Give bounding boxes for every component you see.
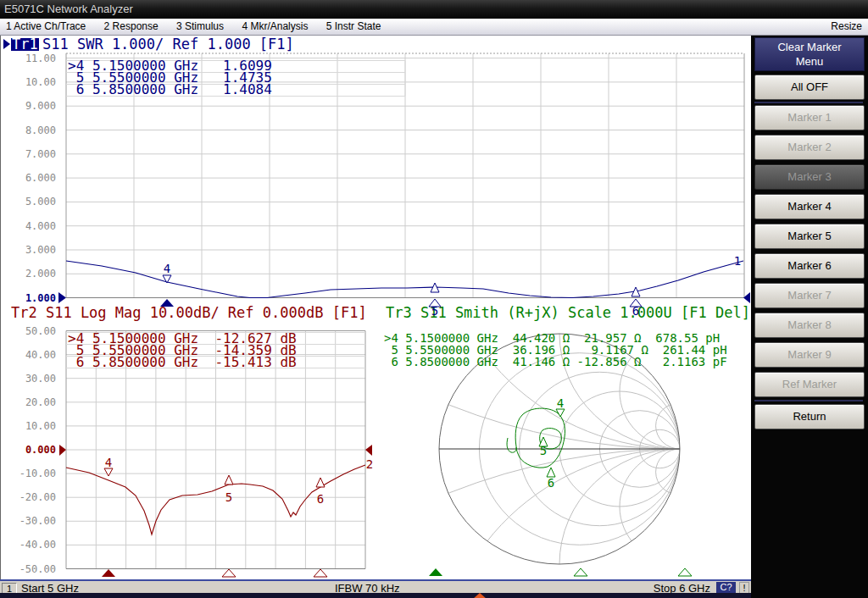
softkey-sidebar: Clear MarkerMenu All OFF Marker 1 Marker… [751, 36, 868, 598]
marker-5-button[interactable]: Marker 5 [754, 224, 865, 249]
marker-4-button[interactable]: Marker 4 [754, 194, 865, 219]
ref-marker-button[interactable]: Ref Marker [754, 372, 865, 397]
tr2-marker6-label: 6 [317, 492, 324, 506]
tr3-marker6-label: 6 [548, 476, 554, 490]
marker-6-button[interactable]: Marker 6 [754, 253, 865, 279]
bottom-strip [0, 593, 751, 598]
return-button[interactable]: Return [754, 404, 865, 429]
marker-1-button[interactable]: Marker 1 [754, 105, 865, 130]
title-bar[interactable]: E5071C Network Analyzer [0, 0, 868, 19]
tr3-marker-readout: >4 5.1500000 GHz 44.420 Ω 21.957 Ω 678.5… [384, 332, 727, 368]
tr2-ytick: 20.00 [5, 397, 56, 407]
e5071c-window: { "window": {"title": "E5071C Network An… [0, 0, 868, 598]
tr3-marker4-label: 4 [557, 396, 564, 410]
tr1-ytick: 5.000 [5, 197, 56, 207]
softkey-separator [754, 400, 863, 401]
tr1-marker-readout: >4 5.1500000 GHz 1.6099 5 5.5500000 GHz … [68, 60, 272, 96]
tr1-marker5-label: 5 [431, 304, 438, 318]
tr2-ytick-ref: 0.000 [5, 445, 56, 455]
tr3-trace [507, 408, 565, 468]
tr2-ytick: -10.00 [5, 468, 56, 479]
tr2-ytick: 30.00 [5, 374, 56, 384]
tr1-marker4-label: 4 [164, 262, 170, 275]
tr2-ytick: -20.00 [5, 492, 56, 502]
tr2-ytick: 10.00 [5, 421, 56, 431]
marker-3-button[interactable]: Marker 3 [754, 164, 865, 190]
tr2-marker5-label: 5 [225, 490, 232, 504]
tr2-markers: 4 5 6 2 [59, 445, 373, 577]
tr1-trace-number: 1 [734, 254, 741, 268]
tr1-ytick: 6.000 [5, 173, 56, 183]
marker-7-button[interactable]: Marker 7 [754, 283, 865, 308]
tr2-marker4-label: 4 [105, 456, 112, 469]
tr1-marker6-label: 6 [632, 304, 639, 318]
tr1-ytick: 11.00 [5, 53, 56, 64]
marker-9-button[interactable]: Marker 9 [754, 342, 865, 368]
menu-bar: 1 Active Ch/Trace 2 Response 3 Stimulus … [0, 19, 868, 36]
marker-8-button[interactable]: Marker 8 [754, 313, 865, 338]
tr2-ytick: -40.00 [5, 540, 56, 550]
softkey-separator [754, 102, 863, 103]
tr1-ytick: 8.000 [5, 125, 56, 136]
tr1-active-arrow-icon [3, 39, 10, 49]
tr1-ytick: 4.000 [5, 221, 56, 231]
tr1-ytick: 3.000 [5, 245, 56, 255]
tr2-ytick: 50.00 [5, 326, 56, 336]
tr1-ytick: 10.00 [5, 77, 56, 87]
softkey-menu-title: Clear MarkerMenu [754, 37, 865, 71]
tr1-ytick: 7.000 [5, 149, 56, 159]
tr1-params: S11 SWR 1.000/ Ref 1.000 [F1] [42, 38, 294, 51]
sweep-position-icon [473, 593, 487, 598]
tr1-ytick: 9.000 [5, 101, 56, 111]
tr2-ytick: 40.00 [5, 350, 56, 360]
menu-response[interactable]: 2 Response [104, 19, 159, 35]
tr2-ytick: -50.00 [5, 564, 56, 574]
menu-mkr-analysis[interactable]: 4 Mkr/Analysis [242, 19, 308, 35]
status-correction-badge: C? [716, 582, 736, 593]
all-off-button[interactable]: All OFF [754, 75, 865, 100]
tr1-badge: Tr1 [11, 38, 39, 51]
tr3-marker5-label: 5 [540, 444, 547, 457]
tr1-ytick: 2.000 [5, 269, 56, 279]
menu-active-ch-trace[interactable]: 1 Active Ch/Trace [6, 19, 86, 35]
marker-2-button[interactable]: Marker 2 [754, 135, 865, 160]
menu-stimulus[interactable]: 3 Stimulus [176, 19, 224, 35]
tr1-ytick-ref: 1.000 [5, 293, 56, 303]
tr1-stimulus-markers: 5 6 [0, 290, 751, 324]
tr2-trace-number: 2 [366, 457, 373, 471]
tr2-marker-readout: >4 5.1500000 GHz -12.627 dB 5 5.5500000 … [68, 333, 297, 368]
tr2-ytick: -30.00 [5, 516, 56, 526]
window-title: E5071C Network Analyzer [0, 3, 133, 15]
menu-resize[interactable]: Resize [831, 19, 862, 35]
menu-instr-state[interactable]: 5 Instr State [326, 19, 381, 35]
